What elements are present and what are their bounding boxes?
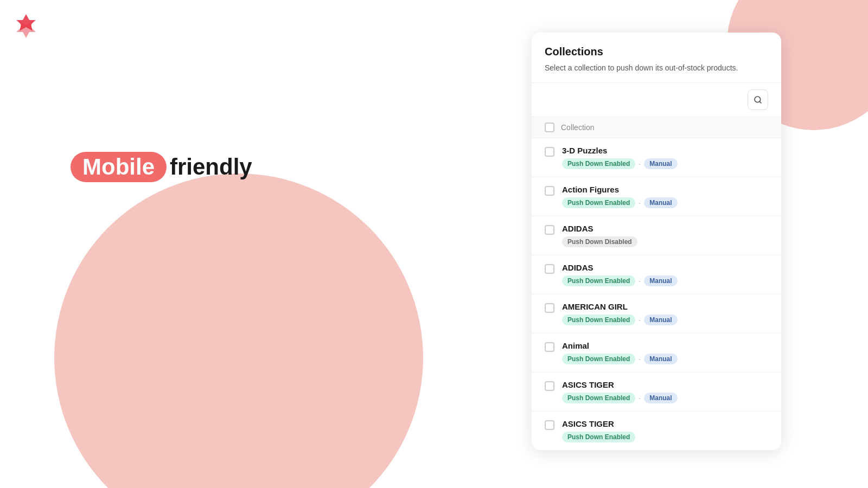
item-content: AMERICAN GIRLPush Down Enabled·Manual (562, 302, 768, 325)
list-item: ADIDASPush Down Enabled·Manual (532, 255, 781, 294)
item-name: ASICS TIGER (562, 380, 768, 389)
mode-badge: Manual (644, 393, 677, 403)
item-content: ADIDASPush Down Enabled·Manual (562, 263, 768, 286)
list-item: ASICS TIGERPush Down Enabled·Manual (532, 373, 781, 412)
mode-badge: Manual (644, 197, 677, 208)
header-checkbox (545, 123, 554, 132)
hero-mobile-label: Mobile (71, 152, 167, 182)
status-badge: Push Down Enabled (562, 197, 635, 208)
status-badge: Push Down Enabled (562, 354, 635, 364)
item-name: ADIDAS (562, 263, 768, 272)
item-content: Action FiguresPush Down Enabled·Manual (562, 185, 768, 208)
column-header-label: Collection (561, 123, 594, 132)
bg-circle-decoration (54, 174, 423, 488)
mode-badge: Manual (644, 158, 677, 169)
item-checkbox[interactable] (545, 186, 554, 196)
item-badges: Push Down Enabled·Manual (562, 275, 768, 286)
badge-separator: · (639, 394, 641, 402)
item-checkbox[interactable] (545, 303, 554, 313)
badge-separator: · (639, 355, 641, 363)
panel-subtitle: Select a collection to push down its out… (545, 62, 768, 74)
item-badges: Push Down Enabled·Manual (562, 354, 768, 364)
list-item: ADIDASPush Down Disabled (532, 216, 781, 255)
item-checkbox[interactable] (545, 147, 554, 157)
item-content: AnimalPush Down Enabled·Manual (562, 341, 768, 364)
badge-separator: · (639, 198, 641, 207)
item-name: ASICS TIGER (562, 419, 768, 428)
search-button[interactable] (748, 89, 768, 110)
hero-friendly-label: friendly (170, 154, 252, 180)
badge-separator: · (639, 159, 641, 168)
list-item: AMERICAN GIRLPush Down Enabled·Manual (532, 294, 781, 333)
item-checkbox[interactable] (545, 225, 554, 235)
panel-header: Collections Select a collection to push … (532, 33, 781, 83)
status-badge: Push Down Enabled (562, 314, 635, 325)
item-badges: Push Down Disabled (562, 236, 768, 247)
search-icon (754, 95, 762, 104)
badge-separator: · (639, 277, 641, 285)
collections-panel: Collections Select a collection to push … (532, 33, 781, 450)
mode-badge: Manual (644, 354, 677, 364)
item-name: 3-D Puzzles (562, 146, 768, 155)
badge-separator: · (639, 316, 641, 324)
search-input[interactable] (545, 95, 743, 104)
item-content: ADIDASPush Down Disabled (562, 224, 768, 247)
list-item: ASICS TIGERPush Down Enabled (532, 412, 781, 450)
item-name: ADIDAS (562, 224, 768, 233)
item-content: ASICS TIGERPush Down Enabled (562, 419, 768, 442)
search-bar (532, 83, 781, 117)
status-badge: Push Down Enabled (562, 393, 635, 403)
status-badge: Push Down Disabled (562, 236, 637, 247)
item-checkbox[interactable] (545, 381, 554, 391)
status-badge: Push Down Enabled (562, 158, 635, 169)
item-checkbox[interactable] (545, 420, 554, 430)
mode-badge: Manual (644, 275, 677, 286)
app-logo (11, 11, 41, 43)
item-checkbox[interactable] (545, 342, 554, 352)
column-header-row: Collection (532, 117, 781, 138)
item-name: Animal (562, 341, 768, 350)
item-badges: Push Down Enabled·Manual (562, 158, 768, 169)
hero-text: Mobile friendly (71, 152, 252, 182)
item-badges: Push Down Enabled·Manual (562, 393, 768, 403)
status-badge: Push Down Enabled (562, 275, 635, 286)
item-badges: Push Down Enabled·Manual (562, 314, 768, 325)
item-checkbox[interactable] (545, 264, 554, 274)
mode-badge: Manual (644, 314, 677, 325)
item-badges: Push Down Enabled·Manual (562, 197, 768, 208)
list-item: 3-D PuzzlesPush Down Enabled·Manual (532, 138, 781, 177)
status-badge: Push Down Enabled (562, 432, 635, 442)
item-badges: Push Down Enabled (562, 432, 768, 442)
list-item: Action FiguresPush Down Enabled·Manual (532, 177, 781, 216)
list-item: AnimalPush Down Enabled·Manual (532, 333, 781, 373)
collections-list: 3-D PuzzlesPush Down Enabled·ManualActio… (532, 138, 781, 450)
item-content: 3-D PuzzlesPush Down Enabled·Manual (562, 146, 768, 169)
panel-title: Collections (545, 46, 768, 58)
item-name: AMERICAN GIRL (562, 302, 768, 311)
item-content: ASICS TIGERPush Down Enabled·Manual (562, 380, 768, 403)
svg-line-2 (760, 101, 761, 103)
item-name: Action Figures (562, 185, 768, 194)
